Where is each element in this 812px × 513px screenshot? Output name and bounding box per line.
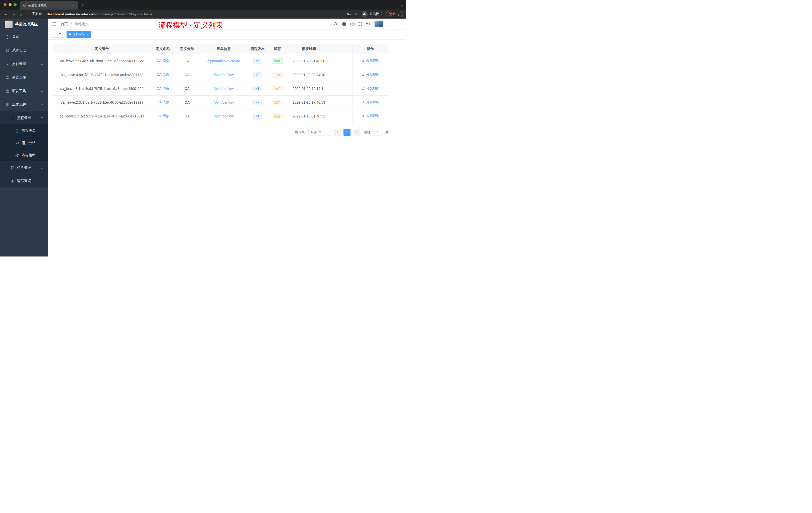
form-link[interactable]: /bpm/oa/leave/create	[207, 59, 240, 63]
security-label[interactable]: 不安全	[32, 12, 42, 16]
chevron-down-icon	[41, 50, 43, 52]
help-icon[interactable]: ?	[350, 22, 354, 26]
page-size-value: 10条/页	[311, 130, 322, 134]
chevron-up-icon	[41, 117, 43, 119]
github-icon[interactable]	[342, 22, 347, 26]
flag-icon	[10, 166, 14, 170]
sidebar-item-task-management[interactable]: 任务管理	[0, 161, 48, 175]
browser-tab-strip: 芋道管理系统 × +	[0, 0, 406, 9]
breadcrumb: 首页 / 流程定义	[61, 22, 89, 26]
table-row: oa_leave:2:3c1f0ef1-76b1-11ec-9c66-a2380…	[53, 95, 388, 109]
definition-table: 定义编号 定义名称 定义分类 表单信息 流程版本 状态 部署时间 操作 oa_l…	[53, 44, 388, 123]
sidebar-item-workflow[interactable]: 工作流程	[0, 98, 48, 112]
new-tab-button[interactable]: +	[81, 2, 84, 8]
logo-title: 芋道管理系统	[15, 22, 38, 27]
bookmark-star-icon[interactable]: ☆	[354, 11, 358, 17]
yen-icon: ¥	[5, 62, 9, 66]
tag-process-definition[interactable]: 流程定义 ×	[66, 31, 91, 38]
form-link[interactable]: /bpm/oa/flow	[214, 73, 233, 77]
hamburger-icon[interactable]	[52, 22, 57, 26]
assign-rule-button[interactable]: 分配规则	[361, 114, 379, 118]
cell-category: OA	[175, 82, 199, 95]
form-link[interactable]: /bpm/oa/flow	[214, 100, 233, 104]
user-group-icon	[15, 141, 19, 145]
tab-title: 芋道管理系统	[28, 3, 70, 7]
page-size-select[interactable]: 10条/页	[308, 129, 331, 136]
table-row: oa_leave:1:482ec033-762a-11ec-8477-a2380…	[53, 109, 388, 123]
sidebar-item-label: 系统管理	[12, 48, 26, 53]
sidebar-item-label: 支付管理	[12, 62, 26, 66]
col-header-name: 定义名称	[151, 44, 175, 54]
assign-rule-button[interactable]: 分配规则	[361, 58, 379, 63]
prev-page-button[interactable]	[334, 129, 341, 136]
url-path[interactable]: /bpm/manager/definition?key=oa_leave	[93, 12, 152, 16]
breadcrumb-home[interactable]: 首页	[61, 22, 68, 26]
col-header-id: 定义编号	[53, 44, 151, 54]
sidebar-item-infrastructure[interactable]: 基础设施	[0, 71, 48, 84]
definition-name-link[interactable]: OA 请假	[156, 59, 169, 63]
goto-page-input[interactable]	[373, 129, 383, 136]
favicon-leaf-icon	[23, 4, 26, 7]
url-domain[interactable]: dashboard.yudao.iocoder.cn	[47, 12, 93, 16]
assign-rule-button[interactable]: 分配规则	[361, 100, 379, 104]
sidebar-item-system[interactable]: 系统管理	[0, 44, 48, 57]
cell-definition-name: OA 请假	[151, 95, 175, 109]
cell-spacer	[330, 54, 352, 68]
form-link[interactable]: /bpm/oa/flow	[214, 87, 233, 91]
col-header-operations: 操作	[352, 44, 388, 54]
window-close-button[interactable]	[3, 3, 6, 6]
sidebar-item-leave-query[interactable]: 请假查询	[0, 175, 48, 187]
toolbox-icon	[5, 89, 9, 93]
status-badge: 挂起	[272, 72, 283, 78]
sidebar-item-user-group[interactable]: 用户分组	[0, 137, 48, 149]
fullscreen-icon[interactable]	[358, 22, 362, 26]
font-size-icon[interactable]: тT	[366, 22, 371, 26]
sidebar-item-process-management[interactable]: 流程管理	[0, 112, 48, 124]
sidebar-item-process-model[interactable]: 流程模型	[0, 149, 48, 161]
search-icon[interactable]	[334, 22, 338, 26]
reload-icon[interactable]	[18, 12, 25, 16]
cell-form: /bpm/oa/flow	[199, 68, 248, 82]
tab-close-icon[interactable]: ×	[72, 3, 76, 7]
window-zoom-button[interactable]	[13, 3, 17, 6]
chevron-down-icon	[41, 63, 43, 65]
sidebar-logo[interactable]: 芋道管理系统	[0, 19, 48, 30]
cell-deploy-time: 2022-01-22 20:34:10	[288, 68, 330, 82]
address-bar[interactable]: ⚠ 不安全 dashboard.yudao.iocoder.cn/bpm/man…	[28, 12, 347, 16]
version-badge: v1	[253, 114, 262, 119]
sidebar-item-process-form[interactable]: 流程表单	[0, 124, 48, 137]
tab-search-chevron-icon[interactable]	[401, 3, 403, 7]
current-page-button[interactable]: 1	[344, 129, 350, 136]
definition-name-link[interactable]: OA 请假	[156, 100, 169, 104]
password-key-icon[interactable]	[347, 12, 351, 16]
browser-update-button[interactable]: 更新 ⋮	[386, 11, 403, 17]
user-menu[interactable]	[374, 21, 386, 27]
window-minimize-button[interactable]	[8, 3, 11, 6]
sidebar-item-home[interactable]: 首页	[0, 30, 48, 44]
form-link[interactable]: /bpm/oa/flow	[214, 114, 233, 118]
cell-status: 挂起	[267, 109, 288, 123]
assign-rule-label: 分配规则	[366, 100, 379, 104]
sidebar-item-label: 流程模型	[22, 153, 36, 158]
sidebar: 芋道管理系统 首页 系统管理 ¥ 支付管理 基础设施	[0, 19, 48, 256]
assign-rule-button[interactable]: 分配规则	[361, 72, 379, 77]
cell-version: v1	[248, 109, 267, 123]
sidebar-item-devtools[interactable]: 研发工具	[0, 84, 48, 98]
definition-name-link[interactable]: OA 请假	[156, 114, 169, 118]
omnibox-divider	[44, 12, 45, 16]
cell-operations: 分配规则	[352, 95, 388, 109]
definition-name-link[interactable]: OA 请假	[156, 72, 169, 77]
definition-name-link[interactable]: OA 请假	[156, 86, 169, 90]
assign-rule-button[interactable]: 分配规则	[361, 86, 379, 91]
next-page-button[interactable]	[353, 129, 360, 136]
sidebar-item-payment[interactable]: ¥ 支付管理	[0, 57, 48, 71]
back-icon[interactable]: ←	[3, 12, 9, 16]
forward-icon[interactable]: →	[10, 12, 17, 16]
tag-close-icon[interactable]: ×	[86, 33, 88, 36]
cell-definition-name: OA 请假	[151, 82, 175, 95]
browser-tab[interactable]: 芋道管理系统 ×	[20, 1, 78, 9]
col-header-status: 状态	[267, 44, 288, 54]
browser-menu-icon[interactable]: ⋮	[397, 12, 401, 16]
tag-home[interactable]: 首页	[53, 31, 64, 38]
avatar[interactable]	[374, 21, 383, 27]
